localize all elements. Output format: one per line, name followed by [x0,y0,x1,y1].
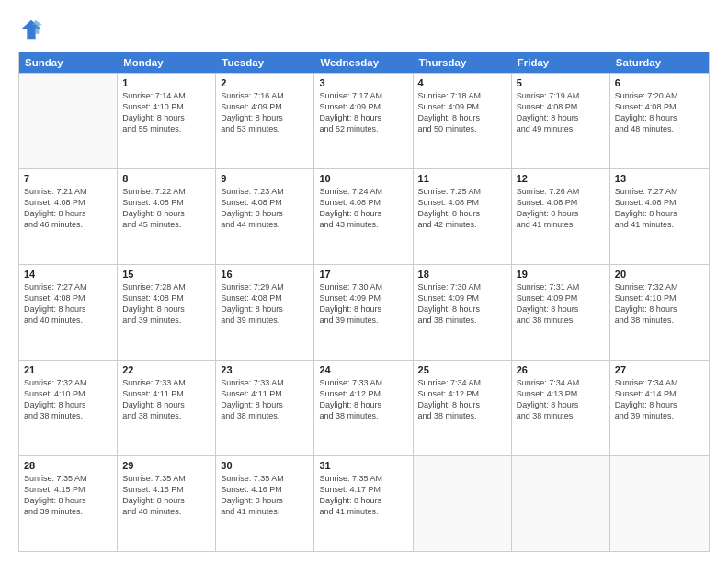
day-number: 2 [221,77,309,88]
day-number: 30 [221,460,309,471]
day-info: Sunrise: 7:19 AM Sunset: 4:08 PM Dayligh… [517,90,605,135]
logo [18,17,48,42]
calendar-cell: 14Sunrise: 7:27 AM Sunset: 4:08 PM Dayli… [19,265,118,360]
day-number: 11 [418,173,506,184]
page: SundayMondayTuesdayWednesdayThursdayFrid… [0,0,728,563]
calendar-cell: 6Sunrise: 7:20 AM Sunset: 4:08 PM Daylig… [610,74,709,168]
day-number: 25 [418,364,506,375]
day-number: 12 [517,173,605,184]
day-number: 4 [418,77,506,88]
header-day-tuesday: Tuesday [216,52,314,73]
day-info: Sunrise: 7:20 AM Sunset: 4:08 PM Dayligh… [615,90,704,135]
day-number: 28 [24,460,112,471]
calendar-row-4: 21Sunrise: 7:32 AM Sunset: 4:10 PM Dayli… [19,360,709,455]
calendar-row-5: 28Sunrise: 7:35 AM Sunset: 4:15 PM Dayli… [19,455,709,551]
calendar-cell [610,456,709,551]
calendar-cell: 27Sunrise: 7:34 AM Sunset: 4:14 PM Dayli… [610,361,709,455]
calendar-cell: 21Sunrise: 7:32 AM Sunset: 4:10 PM Dayli… [19,361,118,455]
day-info: Sunrise: 7:34 AM Sunset: 4:13 PM Dayligh… [517,377,605,422]
day-info: Sunrise: 7:35 AM Sunset: 4:15 PM Dayligh… [122,473,210,518]
day-number: 1 [122,77,210,88]
day-number: 21 [24,364,112,375]
day-number: 22 [122,364,210,375]
calendar-cell [512,456,610,551]
calendar-row-3: 14Sunrise: 7:27 AM Sunset: 4:08 PM Dayli… [19,264,709,360]
day-number: 20 [615,269,704,280]
calendar-cell: 19Sunrise: 7:31 AM Sunset: 4:09 PM Dayli… [512,265,610,360]
calendar-cell: 22Sunrise: 7:33 AM Sunset: 4:11 PM Dayli… [118,361,216,455]
day-number: 8 [122,173,210,184]
day-info: Sunrise: 7:31 AM Sunset: 4:09 PM Dayligh… [517,282,605,327]
header-day-friday: Friday [512,52,610,73]
calendar-row-1: 1Sunrise: 7:14 AM Sunset: 4:10 PM Daylig… [19,73,709,168]
calendar-cell: 25Sunrise: 7:34 AM Sunset: 4:12 PM Dayli… [414,361,512,455]
day-number: 6 [615,77,704,88]
calendar-cell: 24Sunrise: 7:33 AM Sunset: 4:12 PM Dayli… [314,361,413,455]
calendar: SundayMondayTuesdayWednesdayThursdayFrid… [18,52,710,552]
day-number: 18 [418,269,506,280]
header-day-sunday: Sunday [19,52,118,73]
calendar-cell [414,456,512,551]
day-info: Sunrise: 7:17 AM Sunset: 4:09 PM Dayligh… [319,90,407,135]
calendar-cell: 12Sunrise: 7:26 AM Sunset: 4:08 PM Dayli… [512,169,610,264]
calendar-cell: 3Sunrise: 7:17 AM Sunset: 4:09 PM Daylig… [314,74,413,168]
day-number: 3 [319,77,407,88]
day-number: 17 [319,269,407,280]
day-number: 24 [319,364,407,375]
day-number: 7 [24,173,112,184]
day-info: Sunrise: 7:28 AM Sunset: 4:08 PM Dayligh… [122,282,210,327]
day-number: 5 [517,77,605,88]
calendar-cell: 18Sunrise: 7:30 AM Sunset: 4:09 PM Dayli… [414,265,512,360]
day-number: 14 [24,269,112,280]
calendar-cell: 16Sunrise: 7:29 AM Sunset: 4:08 PM Dayli… [216,265,314,360]
calendar-cell: 23Sunrise: 7:33 AM Sunset: 4:11 PM Dayli… [216,361,314,455]
header [18,17,710,42]
day-info: Sunrise: 7:32 AM Sunset: 4:10 PM Dayligh… [24,377,112,422]
day-number: 9 [221,173,309,184]
calendar-cell: 29Sunrise: 7:35 AM Sunset: 4:15 PM Dayli… [118,456,216,551]
day-info: Sunrise: 7:14 AM Sunset: 4:10 PM Dayligh… [122,90,210,135]
day-number: 29 [122,460,210,471]
day-number: 13 [615,173,704,184]
day-info: Sunrise: 7:18 AM Sunset: 4:09 PM Dayligh… [418,90,506,135]
day-info: Sunrise: 7:16 AM Sunset: 4:09 PM Dayligh… [221,90,309,135]
day-info: Sunrise: 7:33 AM Sunset: 4:12 PM Dayligh… [319,377,407,422]
day-info: Sunrise: 7:34 AM Sunset: 4:12 PM Dayligh… [418,377,506,422]
calendar-cell: 30Sunrise: 7:35 AM Sunset: 4:16 PM Dayli… [216,456,314,551]
header-day-thursday: Thursday [414,52,512,73]
day-info: Sunrise: 7:22 AM Sunset: 4:08 PM Dayligh… [122,186,210,231]
day-number: 19 [517,269,605,280]
day-number: 23 [221,364,309,375]
calendar-cell: 7Sunrise: 7:21 AM Sunset: 4:08 PM Daylig… [19,169,118,264]
day-info: Sunrise: 7:30 AM Sunset: 4:09 PM Dayligh… [319,282,407,327]
day-info: Sunrise: 7:27 AM Sunset: 4:08 PM Dayligh… [24,282,112,327]
calendar-row-2: 7Sunrise: 7:21 AM Sunset: 4:08 PM Daylig… [19,168,709,264]
day-info: Sunrise: 7:24 AM Sunset: 4:08 PM Dayligh… [319,186,407,231]
day-info: Sunrise: 7:35 AM Sunset: 4:17 PM Dayligh… [319,473,407,518]
day-info: Sunrise: 7:23 AM Sunset: 4:08 PM Dayligh… [221,186,309,231]
day-info: Sunrise: 7:35 AM Sunset: 4:16 PM Dayligh… [221,473,309,518]
calendar-cell: 9Sunrise: 7:23 AM Sunset: 4:08 PM Daylig… [216,169,314,264]
logo-icon [18,17,44,42]
calendar-cell: 2Sunrise: 7:16 AM Sunset: 4:09 PM Daylig… [216,74,314,168]
calendar-header: SundayMondayTuesdayWednesdayThursdayFrid… [19,52,709,73]
day-number: 26 [517,364,605,375]
day-info: Sunrise: 7:27 AM Sunset: 4:08 PM Dayligh… [615,186,704,231]
calendar-cell: 8Sunrise: 7:22 AM Sunset: 4:08 PM Daylig… [118,169,216,264]
day-info: Sunrise: 7:35 AM Sunset: 4:15 PM Dayligh… [24,473,112,518]
calendar-cell: 11Sunrise: 7:25 AM Sunset: 4:08 PM Dayli… [414,169,512,264]
header-day-saturday: Saturday [610,52,709,73]
calendar-cell: 10Sunrise: 7:24 AM Sunset: 4:08 PM Dayli… [314,169,413,264]
day-info: Sunrise: 7:33 AM Sunset: 4:11 PM Dayligh… [122,377,210,422]
day-number: 15 [122,269,210,280]
day-info: Sunrise: 7:25 AM Sunset: 4:08 PM Dayligh… [418,186,506,231]
day-info: Sunrise: 7:26 AM Sunset: 4:08 PM Dayligh… [517,186,605,231]
day-info: Sunrise: 7:32 AM Sunset: 4:10 PM Dayligh… [615,282,704,327]
calendar-cell: 28Sunrise: 7:35 AM Sunset: 4:15 PM Dayli… [19,456,118,551]
calendar-cell: 20Sunrise: 7:32 AM Sunset: 4:10 PM Dayli… [610,265,709,360]
calendar-cell: 15Sunrise: 7:28 AM Sunset: 4:08 PM Dayli… [118,265,216,360]
calendar-body: 1Sunrise: 7:14 AM Sunset: 4:10 PM Daylig… [19,73,709,551]
day-info: Sunrise: 7:30 AM Sunset: 4:09 PM Dayligh… [418,282,506,327]
calendar-cell [19,74,118,168]
calendar-cell: 26Sunrise: 7:34 AM Sunset: 4:13 PM Dayli… [512,361,610,455]
